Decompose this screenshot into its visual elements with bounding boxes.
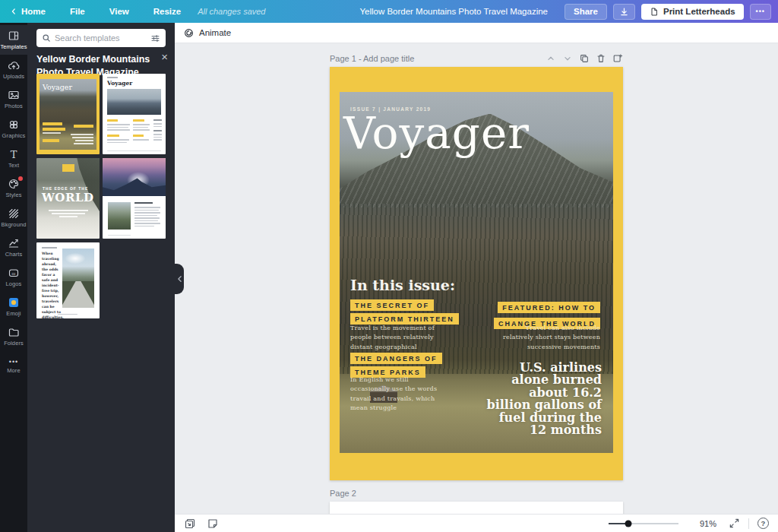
sidebar-item-styles[interactable]: Styles <box>0 173 27 203</box>
template-thumb-edge-of-world[interactable]: THE EDGE OF THE WORLD <box>36 158 100 239</box>
sidebar-label: Emoji <box>6 310 21 317</box>
templates-panel: Yellow Border Mountains Photo Travel Mag… <box>27 23 175 532</box>
page2-blank[interactable] <box>330 502 623 514</box>
search-input[interactable] <box>55 33 147 43</box>
thumb-article-masthead: Voyager <box>107 80 132 87</box>
collapse-chevron-icon <box>177 276 182 282</box>
print-letterheads-button[interactable]: Print Letterheads <box>641 4 744 20</box>
sidebar-label: Templates <box>0 43 27 50</box>
thumb-badge <box>62 164 74 172</box>
template-thumb-volcano[interactable] <box>103 158 166 239</box>
headline-tag: PLATFORM THIRTEEN <box>350 313 459 325</box>
sidebar-item-templates[interactable]: Templates <box>0 25 27 55</box>
sidebar-label: Folders <box>4 340 24 347</box>
sidebar-label: Charts <box>5 251 23 258</box>
section-heading[interactable]: In this issue: <box>350 277 455 293</box>
sidebar-item-more[interactable]: ••• More <box>0 351 27 381</box>
teaser-paragraph-3[interactable]: Travel can also include relatively short… <box>500 324 600 352</box>
template-thumb-road[interactable]: When traveling abroad, the odds favor a … <box>36 242 100 318</box>
fullscreen-icon[interactable] <box>729 518 740 529</box>
view-menu[interactable]: View <box>97 7 141 16</box>
help-icon[interactable]: ? <box>757 518 769 529</box>
emoji-icon <box>8 296 20 309</box>
context-toolbar: Animate <box>175 23 778 43</box>
delete-page-button[interactable] <box>596 53 606 64</box>
logos-badge-icon: co <box>8 267 20 279</box>
duplicate-page-button[interactable] <box>579 53 590 64</box>
share-button[interactable]: Share <box>565 4 607 20</box>
headline-tag: THE DANGERS OF <box>350 353 442 364</box>
topbar-more-button[interactable]: ••• <box>750 4 771 20</box>
move-page-up-button[interactable] <box>546 53 556 64</box>
sidebar-item-uploads[interactable]: Uploads <box>0 55 27 84</box>
sidebar-item-logos[interactable]: co Logos <box>0 262 27 292</box>
status-bar: 91% ? <box>175 514 778 532</box>
design-canvas[interactable]: Page 1 - Add page title ISSUE 7 | JANUAR… <box>175 44 778 514</box>
sidebar-item-charts[interactable]: Charts <box>0 233 27 262</box>
sidebar-label: Text <box>8 162 19 169</box>
back-chevron-icon <box>10 8 17 15</box>
thumb-inset-photo <box>108 202 131 230</box>
photos-icon <box>8 89 20 101</box>
thumb-road-text: When traveling abroad, the odds favor a … <box>42 252 62 318</box>
sidebar-item-photos[interactable]: Photos <box>0 84 27 114</box>
home-button[interactable]: Home <box>7 7 58 16</box>
sidebar-label: Logos <box>6 280 22 287</box>
download-button[interactable] <box>613 4 635 20</box>
page1-title[interactable]: Page 1 - Add page title <box>330 54 414 63</box>
teaser-paragraph-2[interactable]: In English we still occasionally use the… <box>350 375 449 413</box>
resize-menu[interactable]: Resize <box>141 7 193 16</box>
sidebar-label: Graphics <box>2 132 26 139</box>
object-panel-rail: Templates Uploads Photos Graphics T Text… <box>0 23 27 532</box>
page2-title[interactable]: Page 2 <box>330 489 356 498</box>
sidebar-label: Bkground <box>2 221 27 228</box>
statusbar-divider <box>748 518 749 529</box>
file-menu[interactable]: File <box>58 7 97 16</box>
sidebar-item-emoji[interactable]: Emoji <box>0 292 27 321</box>
notes-icon[interactable] <box>207 518 219 530</box>
animate-label: Animate <box>199 28 231 37</box>
graphics-icon <box>8 119 20 131</box>
templates-icon <box>8 30 20 42</box>
sidebar-label: Uploads <box>3 73 24 80</box>
document-title[interactable]: Yellow Border Mountains Photo Travel Mag… <box>359 7 548 16</box>
zoom-slider-handle[interactable] <box>625 520 631 527</box>
move-page-down-button[interactable] <box>562 53 573 64</box>
print-letterheads-label: Print Letterheads <box>663 7 735 16</box>
animate-button[interactable]: Animate <box>183 27 231 39</box>
canva-editor: Home File View Resize All changes saved … <box>0 0 778 532</box>
page1-magazine-cover[interactable]: ISSUE 7 | JANUARY 2019 Voyager In this i… <box>330 67 623 480</box>
pull-quote[interactable]: U.S. airlines alone burned about 16.2 bi… <box>450 362 602 437</box>
thumb-article-photo <box>107 89 161 115</box>
thumb-title: WORLD <box>42 191 93 204</box>
document-icon <box>650 7 659 17</box>
sidebar-label: Photos <box>5 103 23 109</box>
notification-dot <box>18 176 23 181</box>
thumb-volcano-photo <box>103 158 166 196</box>
add-page-button[interactable] <box>612 53 623 64</box>
sidebar-item-text[interactable]: T Text <box>0 144 27 173</box>
headline-tag: FEATURED: HOW TO <box>498 302 600 313</box>
headline-tag-group-1[interactable]: THE SECRET OF PLATFORM THIRTEEN <box>350 299 459 327</box>
svg-text:co: co <box>12 272 16 276</box>
pages-overview-icon[interactable] <box>184 518 196 530</box>
work-area: Animate Page 1 - Add page title <box>175 23 778 532</box>
template-thumb-cover[interactable]: Voyager <box>36 74 100 154</box>
headline-tag: THE SECRET OF <box>350 299 434 311</box>
sidebar-item-background[interactable]: Bkground <box>0 203 27 233</box>
filter-sliders-icon[interactable] <box>150 33 160 43</box>
download-icon <box>619 7 629 17</box>
template-thumb-article[interactable]: Voyager <box>103 74 166 154</box>
close-icon[interactable]: × <box>161 51 168 62</box>
sidebar-item-graphics[interactable]: Graphics <box>0 114 27 144</box>
text-icon: T <box>8 148 20 160</box>
zoom-slider[interactable] <box>609 523 678 524</box>
masthead-title[interactable]: Voyager <box>343 111 530 155</box>
home-label: Home <box>21 7 46 16</box>
zoom-level[interactable]: 91% <box>694 519 716 528</box>
template-search-bar[interactable] <box>36 29 166 47</box>
sidebar-item-folders[interactable]: Folders <box>0 321 27 351</box>
charts-icon <box>8 237 20 249</box>
panel-collapse-handle[interactable] <box>175 264 184 294</box>
thumb-road-photo <box>62 249 94 308</box>
